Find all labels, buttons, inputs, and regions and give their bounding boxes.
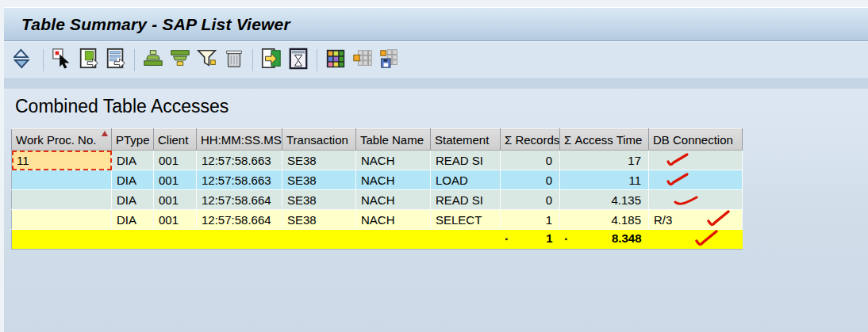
column-header-access-time[interactable]: Σ Access Time: [560, 129, 649, 151]
content-panel: Combined Table Accesses Work Proc. No.PT…: [4, 89, 868, 332]
work-proc-no-cell[interactable]: [12, 190, 112, 210]
db-connection-cell[interactable]: [649, 190, 743, 210]
work-proc-no-cell[interactable]: [12, 210, 112, 230]
time-cell[interactable]: 12:57:58.664: [197, 190, 282, 210]
time-cell[interactable]: 12:57:58.663: [197, 170, 282, 190]
table-row: DIA00112:57:58.663SE38NACHLOAD011: [12, 170, 743, 190]
toolbar-separator: [43, 49, 44, 71]
alv-table: Work Proc. No.PTypeClientHH:MM:SS.MSTran…: [11, 128, 743, 250]
list-heading: Combined Table Accesses: [15, 94, 868, 118]
client-cell[interactable]: 001: [154, 210, 197, 230]
column-header-label: Transaction: [286, 133, 348, 147]
total-db-connection-cell[interactable]: [649, 230, 743, 250]
access-time-cell[interactable]: 4.185: [560, 210, 649, 230]
access-time-cell[interactable]: 4.135: [560, 190, 649, 210]
display-list-button[interactable]: [102, 47, 129, 74]
records-cell[interactable]: 0: [501, 190, 560, 210]
table-name-cell[interactable]: NACH: [356, 170, 431, 190]
red-checkmark-annotation: [673, 191, 701, 208]
transaction-cell[interactable]: SE38: [282, 151, 356, 170]
access-time-cell[interactable]: 11: [560, 170, 649, 190]
client-cell[interactable]: 001: [154, 190, 197, 210]
transaction-cell[interactable]: SE38: [282, 210, 356, 230]
column-header-label: HH:MM:SS.MS: [201, 133, 282, 147]
sap-list-viewer-window: Table Summary - SAP List Viewer Combined…: [0, 0, 868, 332]
subtotal-marker: ▪: [505, 231, 509, 247]
column-header-ptype[interactable]: PType: [112, 129, 154, 151]
db-connection-value: R/3: [654, 213, 672, 227]
time-cell[interactable]: 12:57:58.663: [197, 151, 282, 170]
sort-triangles-button[interactable]: [11, 47, 38, 74]
statement-cell[interactable]: LOAD: [431, 170, 501, 190]
choose-layout-icon: [325, 48, 347, 73]
display-document-icon: [78, 48, 100, 73]
refresh-interval-icon: [287, 48, 309, 73]
table-name-cell[interactable]: NACH: [356, 190, 431, 210]
column-header-client[interactable]: Client: [154, 129, 197, 151]
ptype-cell[interactable]: DIA: [112, 210, 154, 230]
db-connection-cell[interactable]: [649, 170, 743, 190]
export-button[interactable]: [258, 47, 285, 74]
total-row-spacer-cell[interactable]: [12, 230, 501, 250]
work-proc-no-cell-selected[interactable]: 11: [12, 151, 112, 170]
title-bar: Table Summary - SAP List Viewer: [4, 7, 868, 41]
transaction-cell[interactable]: SE38: [282, 170, 356, 190]
sort-ascending-indicator-icon: [102, 131, 108, 136]
statement-cell[interactable]: READ SI: [431, 151, 501, 170]
column-header-records[interactable]: Σ Records: [501, 129, 560, 151]
toolbar-group: [48, 47, 129, 74]
transaction-cell[interactable]: SE38: [282, 190, 356, 210]
toolbar-separator: [134, 49, 135, 71]
client-cell[interactable]: 001: [154, 151, 197, 170]
choose-detail-button[interactable]: [48, 47, 75, 74]
work-proc-no-cell[interactable]: [12, 170, 112, 190]
toolbar-separator: [252, 49, 253, 71]
statement-cell[interactable]: READ SI: [431, 190, 501, 210]
table-header-row: Work Proc. No.PTypeClientHH:MM:SS.MSTran…: [12, 129, 743, 151]
column-header-label: PType: [116, 133, 150, 147]
ptype-cell[interactable]: DIA: [112, 170, 154, 190]
display-document-button[interactable]: [75, 47, 102, 74]
column-header-transaction[interactable]: Transaction: [282, 129, 356, 151]
column-header-label: DB Connection: [653, 133, 733, 147]
ptype-cell[interactable]: DIA: [112, 151, 154, 170]
toolbar-group: [322, 47, 403, 74]
sort-ascending-button[interactable]: [140, 47, 167, 74]
delete-button[interactable]: [221, 47, 248, 74]
column-header-label: Statement: [435, 133, 489, 147]
column-header-table-name[interactable]: Table Name: [356, 129, 431, 151]
column-header-statement[interactable]: Statement: [431, 129, 501, 151]
column-header-work-proc-no[interactable]: Work Proc. No.: [12, 129, 112, 151]
table-name-cell[interactable]: NACH: [356, 210, 431, 230]
time-cell[interactable]: 12:57:58.664: [197, 210, 282, 230]
db-connection-cell[interactable]: R/3: [649, 210, 743, 230]
change-layout-button[interactable]: [349, 47, 376, 74]
column-header-time[interactable]: HH:MM:SS.MS: [197, 129, 282, 151]
column-header-db-connection[interactable]: DB Connection: [649, 129, 743, 151]
client-cell[interactable]: 001: [154, 170, 197, 190]
db-connection-cell[interactable]: [649, 151, 743, 170]
access-time-cell[interactable]: 17: [560, 151, 649, 170]
choose-layout-button[interactable]: [322, 47, 349, 74]
delete-icon: [223, 48, 245, 73]
statement-cell[interactable]: SELECT: [431, 210, 501, 230]
save-layout-icon: [378, 48, 401, 73]
records-cell[interactable]: 0: [501, 170, 560, 190]
records-cell[interactable]: 0: [501, 151, 560, 170]
table-name-cell[interactable]: NACH: [356, 151, 431, 170]
red-checkmark-annotation: [665, 171, 693, 189]
sort-ascending-icon: [142, 48, 164, 73]
records-cell[interactable]: 1: [501, 210, 560, 230]
ptype-cell[interactable]: DIA: [112, 190, 154, 210]
sort-descending-button[interactable]: [167, 47, 194, 74]
table-row: DIA00112:57:58.664SE38NACHSELECT14.185R/…: [12, 210, 743, 230]
choose-detail-icon: [51, 48, 73, 73]
sort-descending-icon: [169, 48, 191, 73]
total-access-time-cell[interactable]: ▪8.348: [560, 230, 649, 250]
total-records-cell[interactable]: ▪1: [501, 230, 560, 250]
filter-button[interactable]: [194, 47, 221, 74]
refresh-interval-button[interactable]: [285, 47, 312, 74]
toolbar-separator: [317, 49, 317, 71]
save-layout-button[interactable]: [376, 47, 403, 74]
column-header-label: Work Proc. No.: [16, 133, 96, 147]
